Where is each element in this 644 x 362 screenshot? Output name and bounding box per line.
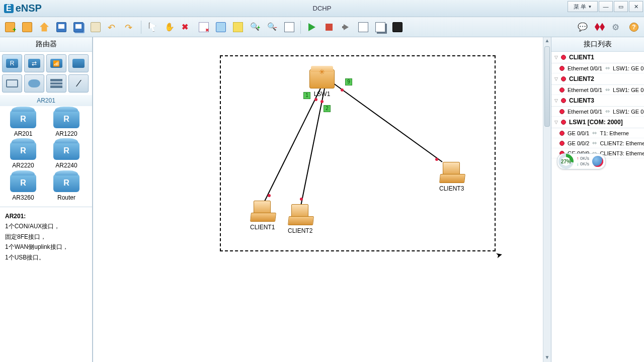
- main-toolbar: ?: [0, 17, 644, 37]
- node-lsw1[interactable]: LSW1: [309, 69, 335, 98]
- select-tool-button[interactable]: [145, 20, 159, 34]
- help-button[interactable]: ?: [627, 20, 641, 34]
- device-categories: R ⇄ 📶 ∕: [0, 52, 92, 95]
- iface-group-client3[interactable]: ▽CLIENT3: [551, 95, 644, 107]
- pan-tool-button[interactable]: [163, 20, 177, 34]
- cpu-percent: 27%: [558, 154, 574, 169]
- open-button[interactable]: [20, 20, 34, 34]
- print-button[interactable]: [89, 20, 103, 34]
- save-button[interactable]: [54, 20, 68, 34]
- device-ar201[interactable]: RAR201: [2, 110, 44, 139]
- iface-group-client2[interactable]: ▽CLIENT2: [551, 73, 644, 85]
- performance-widget[interactable]: 27% 0K/s 0K/s: [557, 153, 606, 169]
- iface-row[interactable]: GE 0/0/1⇔T1: Etherne: [551, 128, 644, 138]
- huawei-button[interactable]: [593, 20, 607, 34]
- delete-button[interactable]: [180, 20, 194, 34]
- iface-row[interactable]: Ethernet 0/0/1⇔LSW1: GE 0: [551, 107, 644, 117]
- device-subtype: AR201: [0, 95, 92, 106]
- close-button[interactable]: ✕: [629, 1, 643, 12]
- iface-row[interactable]: Ethernet 0/0/1⇔LSW1: GE 0: [551, 63, 644, 73]
- interface-panel-title: 接口列表: [551, 37, 644, 52]
- iface-group-client1[interactable]: ▽CLIENT1: [551, 52, 644, 63]
- cursor-icon: ➤: [495, 250, 503, 261]
- note-button[interactable]: [214, 20, 228, 34]
- category-server-icon[interactable]: [46, 74, 66, 93]
- title-bar: Ë eNSP DCHP 菜 单▼ — ▭ ✕: [0, 0, 644, 17]
- interface-list[interactable]: ▽CLIENT1 Ethernet 0/0/1⇔LSW1: GE 0 ▽CLIE…: [551, 52, 644, 362]
- topology-canvas[interactable]: LSW1 CLIENT1 CLIENT2 CLIENT3 1 2 9 ➤ ▲▼: [93, 37, 551, 362]
- widget-orb-icon[interactable]: [592, 156, 603, 167]
- port-label-9: 9: [345, 78, 352, 85]
- capture-button[interactable]: [339, 20, 353, 34]
- category-router-icon[interactable]: R: [2, 54, 22, 72]
- window-controls: 菜 单▼ — ▭ ✕: [568, 1, 643, 12]
- interface-panel: 接口列表 ▽CLIENT1 Ethernet 0/0/1⇔LSW1: GE 0 …: [551, 37, 644, 362]
- save-all-button[interactable]: [71, 20, 86, 34]
- stop-button[interactable]: [322, 20, 336, 34]
- chat-button[interactable]: [576, 20, 590, 34]
- iface-group-lsw1[interactable]: ▽LSW1 [COM: 2000]: [551, 117, 644, 128]
- fit-button[interactable]: [282, 20, 296, 34]
- app-logo: Ë eNSP: [0, 3, 46, 14]
- device-ar2240[interactable]: RAR2240: [45, 142, 88, 170]
- windows-button[interactable]: [373, 20, 387, 34]
- device-description: AR201: 1个CON/AUX接口， 固定8FE接口， 1个WAN侧uplin…: [0, 207, 92, 362]
- packet-button[interactable]: [356, 20, 370, 34]
- redo-button[interactable]: [123, 20, 137, 34]
- start-button[interactable]: [305, 20, 319, 34]
- zoom-out-button[interactable]: [265, 20, 279, 34]
- zoom-in-button[interactable]: [248, 20, 262, 34]
- device-ar1220[interactable]: RAR1220: [45, 110, 88, 139]
- device-list[interactable]: RAR201 RAR1220 RAR2220 RAR2240 RAR3260 R…: [0, 106, 92, 207]
- logo-icon: Ë: [4, 4, 14, 13]
- device-panel: 路由器 R ⇄ 📶 ∕ AR201 RAR201 RAR1220 RAR2220…: [0, 37, 93, 362]
- category-cloud-icon[interactable]: [24, 74, 44, 93]
- cli-button[interactable]: [390, 20, 405, 34]
- category-firewall-icon[interactable]: [68, 54, 89, 72]
- device-ar2220[interactable]: RAR2220: [2, 142, 44, 170]
- erase-button[interactable]: [197, 20, 211, 34]
- maximize-button[interactable]: ▭: [614, 1, 628, 12]
- iface-row[interactable]: Ethernet 0/0/1⇔LSW1: GE 0: [551, 85, 644, 95]
- device-ar3260[interactable]: RAR3260: [2, 174, 44, 203]
- minimize-button[interactable]: —: [599, 1, 613, 12]
- app-name: eNSP: [16, 3, 42, 14]
- home-button[interactable]: [37, 20, 51, 34]
- net-speeds: 0K/s 0K/s: [577, 156, 589, 167]
- window-title: DCHP: [313, 5, 332, 12]
- palette-button[interactable]: [231, 20, 245, 34]
- new-topo-button[interactable]: [3, 20, 17, 34]
- category-switch-icon[interactable]: ⇄: [24, 54, 44, 72]
- port-label-1: 1: [303, 92, 310, 99]
- category-pc-icon[interactable]: [2, 74, 22, 93]
- node-client3[interactable]: CLIENT3: [439, 162, 464, 192]
- port-label-2: 2: [324, 105, 331, 112]
- iface-row[interactable]: GE 0/0/2⇔CLIENT2: Etherne: [551, 138, 644, 148]
- settings-button[interactable]: [610, 20, 624, 34]
- category-wlan-icon[interactable]: 📶: [46, 54, 66, 72]
- undo-button[interactable]: [106, 20, 120, 34]
- node-client2[interactable]: CLIENT2: [288, 204, 312, 234]
- device-router[interactable]: RRouter: [45, 174, 88, 203]
- category-link-icon[interactable]: ∕: [68, 74, 89, 93]
- menu-button[interactable]: 菜 单▼: [568, 1, 598, 12]
- node-client1[interactable]: CLIENT1: [250, 201, 275, 231]
- vertical-scrollbar[interactable]: ▲▼: [543, 37, 551, 362]
- device-panel-title: 路由器: [0, 37, 92, 52]
